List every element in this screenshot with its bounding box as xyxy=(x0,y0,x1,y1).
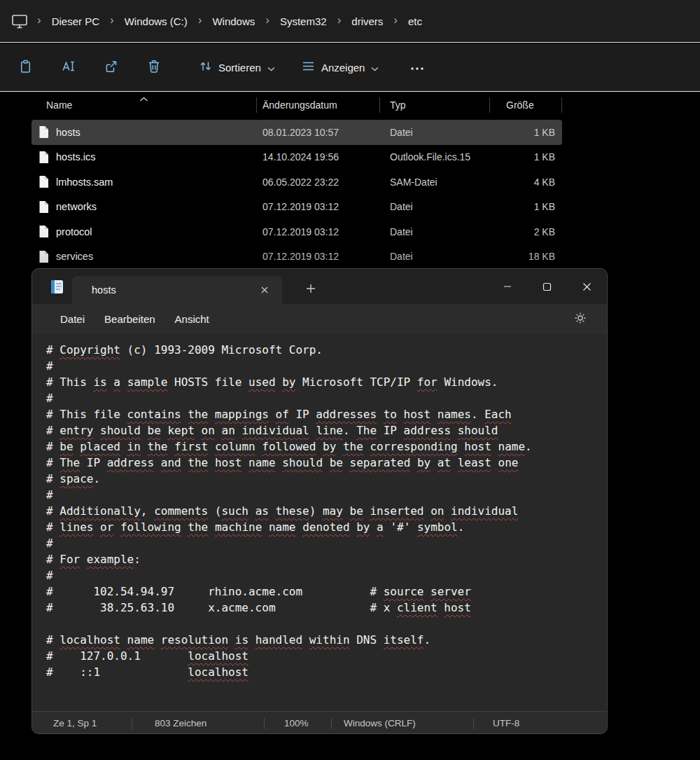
breadcrumb-item[interactable]: › System32 xyxy=(259,12,330,31)
cursor-position: Ze 1, Sp 1 xyxy=(32,712,132,734)
editor-line: # entry should be kept on an individual … xyxy=(46,422,607,438)
file-date-cell: 07.12.2019 03:12 xyxy=(257,251,380,262)
file-date-cell: 07.12.2019 03:12 xyxy=(257,226,380,237)
breadcrumb-item[interactable]: › Dieser PC xyxy=(31,12,104,31)
file-date-cell: 07.12.2019 03:12 xyxy=(257,201,380,212)
notepad-app-icon xyxy=(49,279,65,295)
new-tab-button[interactable] xyxy=(300,278,321,299)
editor-line: # 102.54.94.97 rhino.acme.com # source s… xyxy=(46,583,607,600)
editor-line: # be placed in the first column followed… xyxy=(46,438,607,455)
file-date-cell: 08.01.2023 10:57 xyxy=(257,127,380,138)
editor-line: # This is a sample HOSTS file used by Mi… xyxy=(46,374,607,390)
zoom-level: 100% xyxy=(265,712,331,734)
this-pc-icon xyxy=(11,14,28,29)
tab-close-button[interactable] xyxy=(255,281,274,299)
window-caption-buttons xyxy=(487,269,607,304)
column-header-type[interactable]: Typ xyxy=(380,97,490,113)
editor-line: # ::1 localhost xyxy=(46,664,607,680)
share-button[interactable] xyxy=(95,52,127,83)
text-editor[interactable]: # Copyright (c) 1993-2009 Microsoft Corp… xyxy=(32,333,607,711)
chevron-right-icon: › xyxy=(104,13,120,29)
file-size-cell: 1 KB xyxy=(490,127,562,138)
menu-items: DateiBearbeitenAnsicht xyxy=(50,308,219,330)
view-button[interactable]: Anzeigen xyxy=(293,52,388,83)
editor-line: # lines or following the machine name de… xyxy=(46,519,607,535)
breadcrumb-bar: › Dieser PC › Windows (C:) › Windows › S… xyxy=(0,0,700,43)
chevron-right-icon: › xyxy=(387,13,404,29)
sort-button-label: Sortieren xyxy=(218,62,261,74)
maximize-button[interactable] xyxy=(527,269,567,304)
paste-button[interactable] xyxy=(10,52,42,83)
more-icon xyxy=(410,62,424,73)
minimize-button[interactable] xyxy=(487,269,527,304)
editor-line xyxy=(46,616,607,632)
breadcrumb-item[interactable]: › Windows xyxy=(192,12,260,31)
notepad-menubar: DateiBearbeitenAnsicht xyxy=(32,304,607,333)
file-row[interactable]: networks 07.12.2019 03:12 Datei 1 KB xyxy=(31,195,562,220)
file-name-cell: hosts xyxy=(31,125,257,139)
character-count: 803 Zeichen xyxy=(132,712,264,734)
editor-line: # For example: xyxy=(46,551,607,567)
sort-button[interactable]: Sortieren xyxy=(190,52,284,83)
file-row[interactable]: protocol 07.12.2019 03:12 Datei 2 KB xyxy=(31,219,562,244)
document-icon xyxy=(38,225,49,238)
menu-item[interactable]: Bearbeiten xyxy=(94,308,165,330)
see-more-button[interactable] xyxy=(401,52,433,83)
breadcrumb-item[interactable]: › etc xyxy=(387,12,426,31)
file-type-cell: Outlook.File.ics.15 xyxy=(380,151,490,163)
rename-button[interactable] xyxy=(52,52,85,83)
file-name-cell: networks xyxy=(31,200,257,214)
tab-hosts[interactable]: hosts xyxy=(72,276,282,304)
chevron-right-icon: › xyxy=(331,13,348,29)
file-size-cell: 1 KB xyxy=(490,201,562,212)
gear-icon xyxy=(574,312,587,326)
menu-item[interactable]: Datei xyxy=(50,308,94,330)
share-icon xyxy=(104,59,119,76)
document-icon xyxy=(38,175,49,188)
view-icon xyxy=(302,60,315,74)
file-name-cell: hosts.ics xyxy=(31,151,257,164)
file-size-cell: 4 KB xyxy=(490,177,562,188)
column-header-date[interactable]: Änderungsdatum xyxy=(257,97,380,113)
menu-item[interactable]: Ansicht xyxy=(165,308,219,330)
file-size-cell: 2 KB xyxy=(490,226,562,237)
sort-icon xyxy=(199,60,212,75)
document-icon xyxy=(38,250,49,263)
column-headers: Name Änderungsdatum Typ Größe xyxy=(31,96,562,115)
column-header-name[interactable]: Name xyxy=(31,97,257,113)
document-icon xyxy=(38,151,49,164)
file-name-cell: services xyxy=(31,250,257,263)
file-row[interactable]: hosts.ics 14.10.2024 19:56 Outlook.File.… xyxy=(31,145,562,170)
file-row[interactable]: services 07.12.2019 03:12 Datei 18 KB xyxy=(31,244,562,270)
paste-icon xyxy=(19,59,34,76)
file-date-cell: 06.05.2022 23:22 xyxy=(257,177,380,188)
chevron-right-icon: › xyxy=(192,13,209,29)
file-name-cell: protocol xyxy=(31,225,257,238)
trash-icon xyxy=(147,59,161,76)
file-size-cell: 1 KB xyxy=(490,151,562,163)
notepad-titlebar[interactable]: hosts xyxy=(32,269,607,304)
file-name-cell: lmhosts.sam xyxy=(31,175,257,188)
delete-button[interactable] xyxy=(138,52,170,83)
editor-line: # 38.25.63.10 x.acme.com # x client host xyxy=(46,600,607,616)
column-header-size[interactable]: Größe xyxy=(490,97,562,113)
editor-line: # xyxy=(46,567,607,583)
document-icon xyxy=(38,125,49,139)
line-ending: Windows (CRLF) xyxy=(332,712,473,734)
file-list: hosts 08.01.2023 10:57 Datei 1 KB hosts.… xyxy=(31,120,562,269)
breadcrumb-item[interactable]: › drivers xyxy=(331,12,388,31)
chevron-right-icon: › xyxy=(31,13,48,29)
editor-line: # xyxy=(46,358,607,374)
close-button[interactable] xyxy=(567,269,607,304)
file-size-cell: 18 KB xyxy=(490,251,562,262)
view-button-label: Anzeigen xyxy=(321,62,365,74)
file-row[interactable]: hosts 08.01.2023 10:57 Datei 1 KB xyxy=(31,120,562,145)
editor-line: # localhost name resolution is handled w… xyxy=(46,632,607,648)
editor-line: # xyxy=(46,487,607,503)
rename-icon xyxy=(61,59,76,76)
tab-title: hosts xyxy=(92,284,116,296)
breadcrumb-item[interactable]: › Windows (C:) xyxy=(104,12,192,31)
command-toolbar: Sortieren Anzeigen xyxy=(0,43,700,92)
settings-button[interactable] xyxy=(569,308,592,330)
file-row[interactable]: lmhosts.sam 06.05.2022 23:22 SAM-Datei 4… xyxy=(31,170,562,195)
